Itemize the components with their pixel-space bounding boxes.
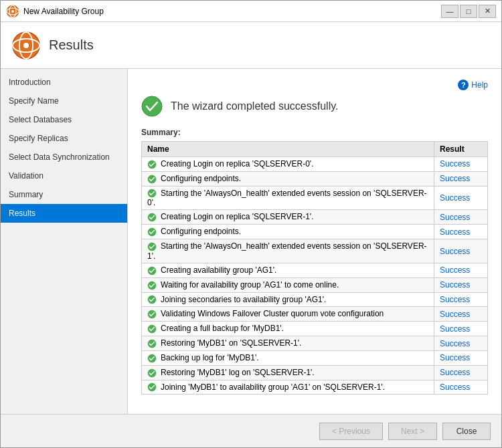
row-success-icon (147, 354, 157, 363)
row-result[interactable]: Success (434, 171, 488, 186)
row-success-icon (147, 368, 157, 378)
help-label: Help (471, 80, 488, 90)
table-row: Starting the 'AlwaysOn_health' extended … (142, 186, 488, 210)
row-name: Restoring 'MyDB1' on 'SQLSERVER-1'. (142, 336, 434, 351)
row-success-icon (147, 227, 157, 237)
app-icon (6, 5, 19, 18)
table-row: Creating availability group 'AG1'.Succes… (142, 263, 488, 277)
table-row: Configuring endpoints.Success (142, 171, 488, 186)
table-row: Restoring 'MyDB1' on 'SQLSERVER-1'.Succe… (142, 336, 488, 351)
summary-label: Summary: (141, 128, 488, 137)
col-name-header: Name (142, 142, 434, 157)
sidebar-item-summary[interactable]: Summary (1, 185, 127, 204)
row-name: Configuring endpoints. (142, 225, 434, 239)
help-row: ? Help (141, 80, 488, 90)
row-result[interactable]: Success (434, 350, 488, 365)
row-result[interactable]: Success (434, 322, 488, 336)
main-content: Introduction Specify Name Select Databas… (1, 69, 501, 414)
row-name: Creating availability group 'AG1'. (142, 263, 434, 277)
success-banner: The wizard completed successfully. (141, 96, 488, 117)
svg-point-8 (142, 96, 162, 116)
success-message: The wizard completed successfully. (171, 100, 338, 112)
sidebar-item-introduction[interactable]: Introduction (1, 73, 127, 92)
results-table: Name Result Creating Login on replica 'S… (141, 141, 488, 395)
main-window: New Availability Group — □ ✕ Results Int… (0, 0, 502, 448)
row-name: Waiting for availability group 'AG1' to … (142, 277, 434, 292)
row-name: Joining secondaries to availability grou… (142, 292, 434, 307)
sidebar-item-results[interactable]: Results (1, 204, 127, 223)
row-name: Starting the 'AlwaysOn_health' extended … (142, 186, 434, 210)
row-result[interactable]: Success (434, 292, 488, 307)
row-result[interactable]: Success (434, 239, 488, 263)
row-success-icon (147, 324, 157, 334)
table-row: Waiting for availability group 'AG1' to … (142, 277, 488, 292)
row-success-icon (147, 266, 157, 275)
row-success-icon (147, 213, 157, 222)
table-row: Validating Windows Failover Cluster quor… (142, 307, 488, 322)
window-title: New Availability Group (23, 7, 441, 16)
col-result-header: Result (434, 142, 488, 157)
row-success-icon (147, 382, 157, 392)
header-icon (11, 31, 41, 60)
minimize-button[interactable]: — (441, 5, 458, 18)
svg-point-3 (11, 10, 14, 13)
sidebar-item-validation[interactable]: Validation (1, 166, 127, 185)
table-row: Creating Login on replica 'SQLSERVER-1'.… (142, 210, 488, 225)
row-result[interactable]: Success (434, 210, 488, 225)
svg-point-7 (23, 43, 29, 48)
help-link[interactable]: ? Help (458, 80, 488, 90)
success-icon (141, 96, 163, 117)
page-title: Results (49, 37, 94, 53)
row-result[interactable]: Success (434, 365, 488, 380)
sidebar-item-specify-replicas[interactable]: Specify Replicas (1, 129, 127, 148)
row-result[interactable]: Success (434, 186, 488, 210)
sidebar-item-specify-name[interactable]: Specify Name (1, 92, 127, 110)
maximize-button[interactable]: □ (460, 5, 477, 18)
header-section: Results (1, 22, 501, 69)
row-result[interactable]: Success (434, 307, 488, 322)
footer: < Previous Next > Close (1, 414, 501, 447)
row-success-icon (147, 242, 157, 251)
row-success-icon (147, 310, 157, 319)
window-controls: — □ ✕ (441, 5, 496, 18)
row-success-icon (147, 281, 157, 290)
row-name: Validating Windows Failover Cluster quor… (142, 307, 434, 322)
table-row: Creating Login on replica 'SQLSERVER-0'.… (142, 157, 488, 172)
table-row: Joining secondaries to availability grou… (142, 292, 488, 307)
row-name: Backing up log for 'MyDB1'. (142, 350, 434, 365)
content-inner: ? Help The wizard completed successfully… (128, 69, 501, 414)
row-result[interactable]: Success (434, 336, 488, 351)
next-button[interactable]: Next > (388, 423, 437, 440)
row-name: Starting the 'AlwaysOn_health' extended … (142, 239, 434, 263)
row-name: Creating Login on replica 'SQLSERVER-1'. (142, 210, 434, 225)
row-name: Joining 'MyDB1' to availability group 'A… (142, 380, 434, 395)
table-row: Joining 'MyDB1' to availability group 'A… (142, 380, 488, 395)
help-icon: ? (458, 80, 469, 90)
row-success-icon (147, 160, 157, 169)
sidebar-item-select-databases[interactable]: Select Databases (1, 110, 127, 129)
row-result[interactable]: Success (434, 277, 488, 292)
table-row: Restoring 'MyDB1' log on 'SQLSERVER-1'.S… (142, 365, 488, 380)
table-row: Creating a full backup for 'MyDB1'.Succe… (142, 322, 488, 336)
row-name: Restoring 'MyDB1' log on 'SQLSERVER-1'. (142, 365, 434, 380)
row-name: Creating a full backup for 'MyDB1'. (142, 322, 434, 336)
row-result[interactable]: Success (434, 263, 488, 277)
row-result[interactable]: Success (434, 380, 488, 395)
close-button[interactable]: Close (442, 423, 491, 440)
sidebar-item-select-data-sync[interactable]: Select Data Synchronization (1, 148, 127, 166)
table-row: Configuring endpoints.Success (142, 225, 488, 239)
sidebar: Introduction Specify Name Select Databas… (1, 69, 128, 414)
content-area: ? Help The wizard completed successfully… (128, 69, 501, 414)
row-success-icon (147, 189, 157, 198)
title-bar: New Availability Group — □ ✕ (1, 1, 501, 22)
table-row: Starting the 'AlwaysOn_health' extended … (142, 239, 488, 263)
row-result[interactable]: Success (434, 157, 488, 172)
previous-button[interactable]: < Previous (319, 423, 383, 440)
row-name: Configuring endpoints. (142, 171, 434, 186)
row-result[interactable]: Success (434, 225, 488, 239)
row-success-icon (147, 175, 157, 184)
window-close-button[interactable]: ✕ (479, 5, 496, 18)
row-success-icon (147, 295, 157, 304)
row-success-icon (147, 339, 157, 348)
table-row: Backing up log for 'MyDB1'.Success (142, 350, 488, 365)
